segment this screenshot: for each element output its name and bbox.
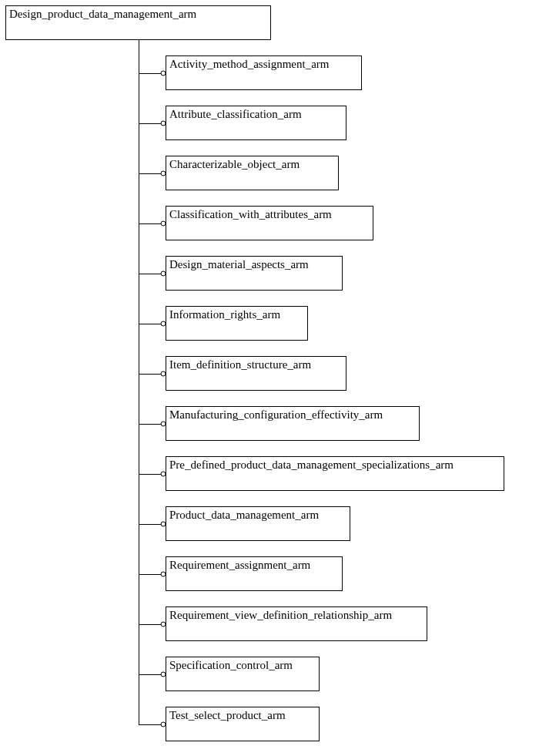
connector-line (139, 524, 161, 525)
connector-line (139, 274, 161, 274)
child-schema-box: Test_select_product_arm (166, 707, 320, 741)
connector-line (139, 424, 161, 425)
child-schema-label: Characterizable_object_arm (169, 158, 335, 171)
child-schema-label: Product_data_management_arm (169, 509, 346, 522)
child-schema-box: Information_rights_arm (166, 306, 308, 341)
uses-relation-icon (161, 671, 166, 677)
child-schema-box: Requirement_assignment_arm (166, 556, 343, 591)
uses-relation-icon (161, 120, 166, 126)
connector-line (139, 374, 161, 375)
child-schema-label: Pre_defined_product_data_management_spec… (169, 459, 500, 472)
connector-line (139, 324, 161, 324)
child-schema-box: Item_definition_structure_arm (166, 356, 346, 391)
child-schema-label: Item_definition_structure_arm (169, 358, 343, 371)
uses-relation-icon (161, 270, 166, 276)
uses-relation-icon (161, 571, 166, 576)
child-schema-label: Attribute_classification_arm (169, 108, 343, 121)
uses-relation-icon (161, 220, 166, 226)
child-schema-box: Activity_method_assignment_arm (166, 55, 362, 90)
trunk-line (139, 40, 139, 725)
connector-line (139, 123, 161, 124)
uses-relation-icon (161, 70, 166, 76)
child-schema-box: Characterizable_object_arm (166, 156, 339, 190)
connector-line (139, 674, 161, 675)
connector-line (139, 574, 161, 575)
connector-line (139, 73, 161, 74)
connector-line (139, 724, 161, 725)
child-schema-label: Manufacturing_configuration_effectivity_… (169, 408, 416, 422)
child-schema-label: Test_select_product_arm (169, 709, 316, 722)
child-schema-label: Activity_method_assignment_arm (169, 58, 358, 71)
child-schema-box: Specification_control_arm (166, 657, 320, 691)
child-schema-label: Specification_control_arm (169, 659, 316, 672)
uses-relation-icon (161, 421, 166, 426)
child-schema-label: Requirement_assignment_arm (169, 559, 339, 572)
uses-relation-icon (161, 371, 166, 376)
child-schema-box: Classification_with_attributes_arm (166, 206, 373, 240)
child-schema-box: Requirement_view_definition_relationship… (166, 606, 427, 641)
root-schema-box: Design_product_data_management_arm (5, 5, 271, 40)
uses-relation-icon (161, 721, 166, 727)
child-schema-box: Design_material_aspects_arm (166, 256, 343, 291)
child-schema-box: Pre_defined_product_data_management_spec… (166, 456, 504, 491)
child-schema-label: Requirement_view_definition_relationship… (169, 609, 423, 622)
uses-relation-icon (161, 170, 166, 176)
connector-line (139, 173, 161, 174)
child-schema-label: Design_material_aspects_arm (169, 258, 339, 271)
child-schema-box: Product_data_management_arm (166, 506, 350, 541)
child-schema-label: Information_rights_arm (169, 308, 304, 321)
child-schema-box: Attribute_classification_arm (166, 106, 346, 140)
uses-relation-icon (161, 621, 166, 627)
uses-relation-icon (161, 471, 166, 476)
root-schema-label: Design_product_data_management_arm (9, 8, 267, 21)
uses-relation-icon (161, 321, 166, 326)
connector-line (139, 223, 161, 224)
diagram-canvas: Design_product_data_management_armActivi… (0, 0, 549, 756)
child-schema-box: Manufacturing_configuration_effectivity_… (166, 406, 420, 441)
connector-line (139, 474, 161, 475)
child-schema-label: Classification_with_attributes_arm (169, 208, 370, 221)
uses-relation-icon (161, 521, 166, 526)
connector-line (139, 624, 161, 625)
